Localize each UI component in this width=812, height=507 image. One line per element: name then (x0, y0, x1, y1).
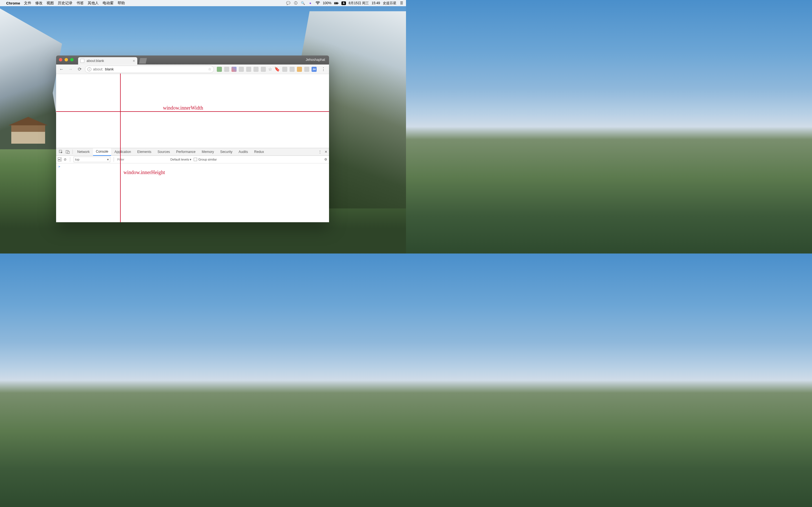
extension-icon-10[interactable] (304, 67, 309, 72)
menubar-date[interactable]: 8月15日 周三 (349, 1, 369, 6)
menu-file[interactable]: 文件 (24, 1, 31, 6)
site-info-icon[interactable]: i (87, 67, 91, 71)
extension-icon-7[interactable] (261, 67, 266, 72)
battery-icon[interactable] (334, 1, 339, 5)
clear-console-button[interactable]: ⊘ (64, 158, 66, 161)
annotation-innerheight-label: window.innerHeight (123, 170, 165, 175)
group-similar-checkbox[interactable] (194, 158, 197, 161)
reading-list-icon[interactable]: 🔖 (274, 66, 280, 72)
console-sidebar-toggle-icon[interactable]: ▸| (58, 158, 61, 161)
menu-view[interactable]: 视图 (47, 1, 54, 6)
console-settings-icon[interactable]: ⚙ (324, 158, 327, 161)
status-icon-1[interactable]: ⓘ (294, 1, 298, 5)
annotation-vertical-line (120, 73, 121, 222)
inspect-element-button[interactable] (58, 149, 64, 155)
tab-close-button[interactable]: × (133, 59, 135, 63)
menu-help[interactable]: 帮助 (117, 1, 125, 6)
annotation-innerwidth-label: window.innerWidth (163, 105, 203, 111)
app-name[interactable]: Chrome (6, 1, 20, 5)
menu-people[interactable]: 其他人 (88, 1, 99, 6)
evernote-extension-icon[interactable] (217, 67, 222, 72)
menu-bookmarks[interactable]: 书签 (77, 1, 84, 6)
extension-icons: ☆ 🔖 JH (216, 66, 318, 72)
translate-extension-icon[interactable] (297, 67, 302, 72)
status-icon-2[interactable]: ● (308, 1, 313, 5)
close-window-button[interactable] (59, 58, 62, 61)
chrome-window: about:blank × Jehoshaphat ← → ⟳ i about:… (56, 55, 329, 222)
context-value: top (75, 158, 79, 161)
devtools-tab-redux[interactable]: Redux (252, 148, 267, 156)
svg-point-0 (317, 4, 318, 4)
extension-icon-3[interactable] (232, 67, 237, 72)
extension-icon-8[interactable] (282, 67, 287, 72)
menubar-user[interactable]: 史提芬星 (383, 1, 396, 6)
devtools-tab-elements[interactable]: Elements (135, 148, 154, 156)
extension-icon-2[interactable] (224, 67, 229, 72)
macos-menubar: Chrome 文件 修改 视图 历史记录 书签 其他人 电动窗 帮助 💬 ⓘ 🔍… (0, 0, 406, 6)
new-tab-button[interactable] (139, 58, 147, 64)
menu-window[interactable]: 电动窗 (103, 1, 114, 6)
devtools-tab-console[interactable]: Console (93, 148, 111, 156)
svg-rect-3 (338, 3, 339, 4)
devtools-tab-memory[interactable]: Memory (199, 148, 217, 156)
svg-rect-6 (68, 151, 69, 154)
tab-title: about:blank (87, 59, 104, 63)
chrome-menu-button[interactable]: ⋮ (319, 66, 327, 72)
console-toolbar: ▸| ⊘ top ▾ Default levels ▾ Group simila… (56, 156, 329, 163)
jh-extension-icon[interactable]: JH (312, 67, 317, 72)
log-levels-select[interactable]: Default levels ▾ (170, 158, 192, 161)
forward-button[interactable]: → (67, 66, 74, 73)
reload-button[interactable]: ⟳ (76, 66, 83, 73)
chevron-down-icon: ▾ (107, 158, 109, 161)
extension-icon-5[interactable] (246, 67, 251, 72)
page-viewport[interactable] (56, 74, 329, 148)
extension-icon-6[interactable] (253, 67, 259, 72)
minimize-window-button[interactable] (64, 58, 68, 61)
console-context-select[interactable]: top ▾ (73, 157, 110, 162)
notification-center-icon[interactable]: ☰ (399, 1, 404, 5)
annotation-horizontal-line (56, 111, 329, 112)
console-filter-input[interactable] (117, 158, 168, 161)
devtools-tab-application[interactable]: Application (112, 148, 134, 156)
wechat-status-icon[interactable]: 💬 (286, 1, 291, 5)
extension-icon-9[interactable] (290, 67, 295, 72)
separator (72, 150, 73, 154)
menubar-time[interactable]: 15:49 (371, 1, 380, 5)
devtools-panel: Network Console Application Elements Sou… (56, 148, 329, 222)
extension-icon-4[interactable] (239, 67, 244, 72)
devtools-tabbar: Network Console Application Elements Sou… (56, 148, 329, 156)
back-button[interactable]: ← (58, 66, 65, 73)
devtools-tab-sources[interactable]: Sources (155, 148, 173, 156)
chrome-titlebar[interactable]: about:blank × Jehoshaphat (56, 55, 329, 64)
console-prompt[interactable]: > (58, 165, 60, 168)
devtools-tab-network[interactable]: Network (74, 148, 93, 156)
input-source-badge[interactable]: A (342, 1, 346, 5)
chrome-toolbar: ← → ⟳ i about:blank ☆ ☆ 🔖 JH ⋮ (56, 64, 329, 74)
menu-edit[interactable]: 修改 (35, 1, 43, 6)
browser-tab[interactable]: about:blank × (78, 57, 137, 64)
devtools-close-button[interactable]: ✕ (324, 150, 327, 154)
tab-favicon-icon (80, 59, 84, 63)
bookmark-star-icon[interactable]: ☆ (208, 67, 211, 71)
wallpaper-chalet (11, 124, 45, 144)
spotlight-icon[interactable]: 🔍 (301, 1, 305, 5)
devtools-more-button[interactable]: ⋮ (318, 150, 322, 154)
devtools-tab-audits[interactable]: Audits (236, 148, 251, 156)
devtools-tab-performance[interactable]: Performance (173, 148, 199, 156)
maximize-window-button[interactable] (70, 58, 73, 61)
console-output[interactable]: > (56, 163, 329, 222)
devtools-tab-security[interactable]: Security (217, 148, 235, 156)
chrome-profile-label[interactable]: Jehoshaphat (306, 58, 325, 62)
bookmark-outline-icon[interactable]: ☆ (268, 66, 272, 72)
url-path: blank (105, 67, 114, 71)
menu-history[interactable]: 历史记录 (58, 1, 72, 6)
group-similar-label: Group similar (198, 158, 216, 161)
wifi-icon[interactable] (315, 1, 320, 5)
separator (70, 157, 70, 162)
device-toolbar-button[interactable] (64, 149, 71, 155)
window-controls (59, 58, 73, 61)
battery-percent[interactable]: 100% (323, 1, 332, 5)
address-bar[interactable]: i about:blank ☆ (85, 66, 214, 73)
url-scheme: about: (93, 67, 103, 71)
